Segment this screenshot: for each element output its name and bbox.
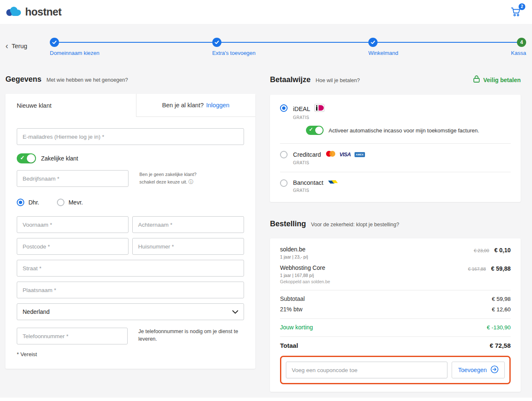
payment-method-price: GRATIS <box>293 188 511 193</box>
payment-method-price: GRATIS <box>293 160 511 165</box>
order-item-solden: solden.be 1 jaar | 23,- p/j € 23,00 € 0,… <box>280 246 511 259</box>
hostnet-logo[interactable]: hostnet <box>5 5 62 19</box>
total-label: Totaal <box>280 342 298 349</box>
salutation-mrs-label: Mevr. <box>69 199 83 206</box>
street-field[interactable] <box>17 260 244 277</box>
check-circle-icon <box>368 38 378 47</box>
step-number-circle: 4 <box>517 38 526 47</box>
divider <box>280 336 511 337</box>
checkout-stepper: Domeinnaam kiezen Extra's toevoegen Wink… <box>50 38 526 56</box>
tab-existing-customer[interactable]: Ben je al klant? Inloggen <box>136 94 256 117</box>
payment-methods-card: iDEAL GRATIS <box>270 95 521 202</box>
visa-logo: VISA <box>339 152 351 158</box>
customer-details-card: Nieuwe klant Ben je al klant? Inloggen ✓ <box>5 94 255 369</box>
order-title: Bestelling <box>270 220 306 228</box>
cart-count-badge: 2 <box>519 3 525 10</box>
tab-new-customer[interactable]: Nieuwe klant <box>5 94 136 117</box>
item-name: solden.be <box>280 246 308 253</box>
radio-checked-icon <box>17 199 24 206</box>
auto-incasso-toggle[interactable]: ✓ <box>306 126 324 135</box>
coupon-add-label: Toevoegen <box>458 367 487 373</box>
payment-option-creditcard[interactable]: Creditcard VISA AMEX <box>280 150 511 165</box>
subtotal-label: Subtotaal <box>280 295 305 302</box>
housenumber-field[interactable] <box>132 238 244 255</box>
details-subtitle: Met wie hebben we het genoegen? <box>46 77 128 83</box>
item-old-price: € 23,00 <box>474 248 489 253</box>
salutation-mr-option[interactable]: Dhr. <box>17 199 39 206</box>
step-extras-toevoegen[interactable]: Extra's toevoegen <box>212 38 256 56</box>
company-help-line2: schakel deze keuze uit. <box>139 179 187 184</box>
payment-option-ideal[interactable]: iDEAL GRATIS <box>280 104 511 137</box>
item-price: € 59,88 <box>491 265 511 272</box>
item-name: Webhosting Core <box>280 264 330 271</box>
check-icon: ✓ <box>20 155 25 161</box>
login-link[interactable]: Inloggen <box>206 102 230 109</box>
tab-new-customer-label: Nieuwe klant <box>17 102 51 109</box>
order-subtitle: Voor de zekerheid: klopt je bestelling? <box>311 222 399 228</box>
cart-button[interactable]: 2 <box>510 6 523 18</box>
item-linked-note: Gekoppeld aan solden.be <box>280 279 330 284</box>
chevron-left-icon: ‹ <box>5 41 8 50</box>
item-detail: 1 jaar | 167,88 p/j <box>280 273 330 278</box>
postcode-field[interactable] <box>17 238 129 255</box>
checkout-page: ‹ Terug Domeinnaam kiezen Extra's toevoe… <box>0 24 532 398</box>
phone-field[interactable] <box>17 328 128 344</box>
toggle-knob <box>27 154 35 163</box>
step-label: Kassa <box>511 50 526 56</box>
details-title: Gegevens <box>5 75 41 84</box>
cloud-logo-icon <box>5 5 22 19</box>
info-icon[interactable]: ⓘ <box>188 179 193 185</box>
business-customer-toggle[interactable]: ✓ <box>17 153 36 163</box>
radio-checked-icon <box>280 104 288 112</box>
coupon-add-button[interactable]: Toevoegen <box>452 362 505 378</box>
payment-title: Betaalwijze <box>270 75 311 84</box>
salutation-mrs-option[interactable]: Mevr. <box>57 199 83 206</box>
order-summary-card: solden.be 1 jaar | 23,- p/j € 23,00 € 0,… <box>270 238 521 392</box>
total-value: € 72,58 <box>490 342 511 349</box>
coupon-code-input[interactable] <box>286 362 447 378</box>
total-row: Totaal € 72,58 <box>280 342 511 349</box>
page-footer <box>0 398 532 401</box>
vat-label: 21% btw <box>280 306 303 313</box>
payment-subtitle: Hoe wil je betalen? <box>316 78 360 83</box>
secure-payment-label: Veilig betalen <box>483 77 521 83</box>
step-label: Extra's toevoegen <box>212 50 256 56</box>
business-toggle-label: Zakelijke klant <box>41 155 78 162</box>
lastname-field[interactable] <box>132 216 244 233</box>
radio-unchecked-icon <box>280 179 288 187</box>
progress-bar-row: ‹ Terug Domeinnaam kiezen Extra's toevoe… <box>5 24 527 56</box>
cart-icon <box>510 12 522 19</box>
email-field[interactable] <box>17 128 244 145</box>
step-domeinnaam-kiezen[interactable]: Domeinnaam kiezen <box>50 38 100 56</box>
salutation-group: Dhr. Mevr. <box>17 199 244 206</box>
back-button[interactable]: ‹ Terug <box>5 41 33 50</box>
country-selected-value: Nederland <box>23 308 50 315</box>
customer-tabs: Nieuwe klant Ben je al klant? Inloggen <box>5 94 255 117</box>
city-field[interactable] <box>17 282 244 298</box>
item-price: € 0,10 <box>494 247 511 254</box>
company-field[interactable] <box>17 170 129 187</box>
toggle-knob <box>315 127 323 134</box>
check-circle-icon <box>50 38 59 47</box>
firstname-field[interactable] <box>17 216 129 233</box>
step-winkelmand[interactable]: Winkelmand <box>368 38 398 56</box>
brand-name: hostnet <box>25 6 62 18</box>
subtotal-row: Subtotaal € 59,98 <box>280 295 511 302</box>
arrow-right-circle-icon <box>491 365 499 375</box>
chevron-down-icon <box>232 308 238 315</box>
payment-method-name: Creditcard <box>293 151 321 158</box>
payment-option-bancontact[interactable]: Bancontact GRATIS <box>280 179 511 193</box>
country-select[interactable]: Nederland <box>17 303 244 320</box>
header: hostnet 2 <box>0 0 532 24</box>
divider <box>280 143 511 144</box>
check-icon: ✓ <box>309 127 313 132</box>
salutation-mr-label: Dhr. <box>28 199 39 206</box>
step-kassa[interactable]: 4 Kassa <box>511 38 526 56</box>
divider <box>280 318 511 319</box>
order-item-webhosting: Webhosting Core 1 jaar | 167,88 p/j Geko… <box>280 264 511 284</box>
customer-form: ✓ Zakelijke klant Ben je geen zakelijke … <box>5 117 255 369</box>
item-detail: 1 jaar | 23,- p/j <box>280 254 308 259</box>
mastercard-logo <box>325 150 336 159</box>
discount-value: € -130,90 <box>487 324 511 331</box>
amex-logo: AMEX <box>355 152 365 157</box>
